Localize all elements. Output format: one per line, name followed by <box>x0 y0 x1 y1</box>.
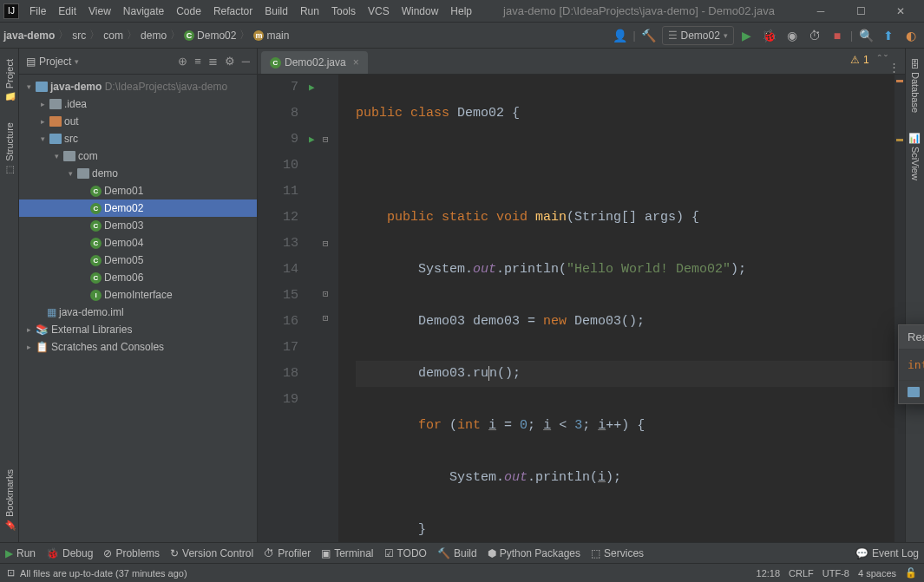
crumb-com[interactable]: com <box>103 29 123 42</box>
menu-file[interactable]: File <box>24 3 51 19</box>
build-button[interactable]: 🔨 <box>639 26 659 45</box>
class-icon: C <box>90 255 102 266</box>
tool-problems[interactable]: ⊘Problems <box>103 547 160 559</box>
tool-eventlog[interactable]: 💬Event Log <box>855 547 919 559</box>
status-icon[interactable]: ⊡ <box>7 567 15 579</box>
menu-refactor[interactable]: Refactor <box>208 3 258 19</box>
popup-title: Reassigned local variable <box>899 325 924 350</box>
tree-external-libraries[interactable]: ▸📚External Libraries <box>19 321 257 338</box>
menu-vcs[interactable]: VCS <box>363 3 395 19</box>
gutter-icons[interactable]: ▶ ▶ <box>305 75 323 542</box>
file-encoding[interactable]: UTF-8 <box>822 568 849 579</box>
run-main-gutter-icon[interactable]: ▶ <box>309 127 315 153</box>
tool-tab-bookmarks[interactable]: 🔖Bookmarks <box>2 466 16 535</box>
class-icon: C <box>184 30 194 41</box>
tool-build[interactable]: 🔨Build <box>437 547 477 559</box>
close-button[interactable]: ✕ <box>881 0 921 23</box>
menu-view[interactable]: View <box>83 3 116 19</box>
settings-icon[interactable]: ⚙ <box>225 55 235 68</box>
tree-folder-demo[interactable]: ▾demo <box>19 165 257 182</box>
navigation-bar: java-demo 〉 src 〉 com 〉 demo 〉 CDemo02 〉… <box>0 23 924 49</box>
tree-file-demo04[interactable]: CDemo04 <box>19 234 257 252</box>
line-number-gutter[interactable]: 7 8 9 10 11 12 13 14 15 16 17 18 19 <box>258 75 305 542</box>
tree-file-demo01[interactable]: CDemo01 <box>19 182 257 199</box>
project-panel-header: ▤ Project ▾ ⊕ ≡ ≣ ⚙ ─ <box>19 49 257 75</box>
tree-file-demo03[interactable]: CDemo03 <box>19 217 257 234</box>
tree-folder-out[interactable]: ▸out <box>19 113 257 130</box>
user-icon[interactable]: 👤 <box>610 26 629 45</box>
fold-column[interactable]: ⊟ ⊟ ⊡ ⊡ <box>323 75 338 542</box>
minimize-button[interactable]: ─ <box>801 0 841 23</box>
tool-vcs[interactable]: ↻Version Control <box>170 547 253 559</box>
tool-tab-project[interactable]: 📁Project <box>2 56 16 107</box>
menu-help[interactable]: Help <box>445 3 477 19</box>
module-icon <box>908 387 920 397</box>
tool-python[interactable]: ⬢Python Packages <box>488 547 580 559</box>
select-opened-file-icon[interactable]: ⊕ <box>178 55 187 68</box>
readonly-icon[interactable]: 🔓 <box>905 567 917 579</box>
tree-scratches[interactable]: ▸📋Scratches and Consoles <box>19 338 257 356</box>
tool-terminal[interactable]: ▣Terminal <box>321 547 373 559</box>
tree-file-demointerface[interactable]: IDemoInterface <box>19 286 257 304</box>
class-icon: C <box>90 186 102 197</box>
tree-folder-com[interactable]: ▾com <box>19 147 257 165</box>
menu-run[interactable]: Run <box>295 3 324 19</box>
stop-button[interactable]: ■ <box>828 26 847 45</box>
tool-profiler[interactable]: ⏱Profiler <box>264 547 311 559</box>
run-button[interactable]: ▶ <box>737 26 757 45</box>
problems-indicator[interactable]: ⚠1 ˆ ˇ <box>850 54 888 66</box>
tool-tab-structure[interactable]: ⬚Structure <box>2 119 16 180</box>
profiler-button[interactable]: ⏱ <box>805 26 824 45</box>
crumb-class[interactable]: CDemo02 <box>184 29 236 42</box>
project-tree[interactable]: ▾ java-demo D:\IdeaProjects\java-demo ▸.… <box>19 75 257 542</box>
expand-all-icon[interactable]: ≡ <box>194 55 201 68</box>
menu-code[interactable]: Code <box>171 3 206 19</box>
update-button[interactable]: ⬆ <box>879 26 898 45</box>
collapse-all-icon[interactable]: ≣ <box>208 55 218 68</box>
tool-tab-sciview[interactable]: 📊SciView <box>908 128 922 184</box>
menu-window[interactable]: Window <box>396 3 444 19</box>
tool-run[interactable]: ▶Run <box>5 547 36 559</box>
tool-debug[interactable]: 🐞Debug <box>46 547 93 559</box>
caret-position[interactable]: 12:18 <box>757 568 781 579</box>
line-separator[interactable]: CRLF <box>789 568 814 579</box>
ide-settings-button[interactable]: ◐ <box>901 26 921 45</box>
project-icon: ▤ <box>26 56 36 68</box>
tree-root[interactable]: ▾ java-demo D:\IdeaProjects\java-demo <box>19 78 257 95</box>
close-tab-icon[interactable]: × <box>353 56 359 69</box>
search-everywhere-button[interactable]: 🔍 <box>856 26 875 45</box>
editor-more-icon[interactable]: ⋮ <box>888 61 900 74</box>
indent-settings[interactable]: 4 spaces <box>858 568 896 579</box>
tree-file-demo02[interactable]: CDemo02 <box>19 199 257 217</box>
crumb-demo[interactable]: demo <box>141 29 167 42</box>
error-stripe[interactable] <box>895 75 905 542</box>
crumb-project[interactable]: java-demo <box>3 29 55 42</box>
debug-button[interactable]: 🐞 <box>760 26 779 45</box>
tree-file-iml[interactable]: ▦java-demo.iml <box>19 304 257 321</box>
project-view-selector[interactable]: ▤ Project ▾ <box>26 56 79 68</box>
run-class-gutter-icon[interactable]: ▶ <box>309 75 315 101</box>
hide-icon[interactable]: ─ <box>242 55 250 68</box>
crumb-src[interactable]: src <box>72 29 86 42</box>
tree-file-demo06[interactable]: CDemo06 <box>19 269 257 286</box>
main-menu: File Edit View Navigate Code Refactor Bu… <box>24 3 477 19</box>
coverage-button[interactable]: ◉ <box>783 26 802 45</box>
menu-edit[interactable]: Edit <box>53 3 82 19</box>
menu-tools[interactable]: Tools <box>326 3 361 19</box>
crumb-method[interactable]: mmain <box>253 29 289 42</box>
menu-build[interactable]: Build <box>259 3 293 19</box>
editor-tab-demo02[interactable]: C Demo02.java × <box>261 51 368 74</box>
tool-tab-database[interactable]: 🗄Database <box>908 56 922 116</box>
code-content[interactable]: public class Demo02 { public static void… <box>338 75 895 542</box>
tool-services[interactable]: ⬚Services <box>591 547 644 559</box>
run-configuration-selector[interactable]: ☰ Demo02 ▾ <box>662 26 734 45</box>
maximize-button[interactable]: ☐ <box>841 0 881 23</box>
tool-todo[interactable]: ☑TODO <box>384 547 427 559</box>
warning-icon: ⚠ <box>850 54 860 66</box>
tree-file-demo05[interactable]: CDemo05 <box>19 252 257 269</box>
menu-navigate[interactable]: Navigate <box>118 3 169 19</box>
tree-folder-idea[interactable]: ▸.idea <box>19 95 257 113</box>
code-editor[interactable]: 7 8 9 10 11 12 13 14 15 16 17 18 19 ▶ ▶ … <box>258 75 905 542</box>
tree-folder-src[interactable]: ▾src <box>19 130 257 147</box>
quick-doc-popup: Reassigned local variable int i = 0 java… <box>898 324 924 404</box>
